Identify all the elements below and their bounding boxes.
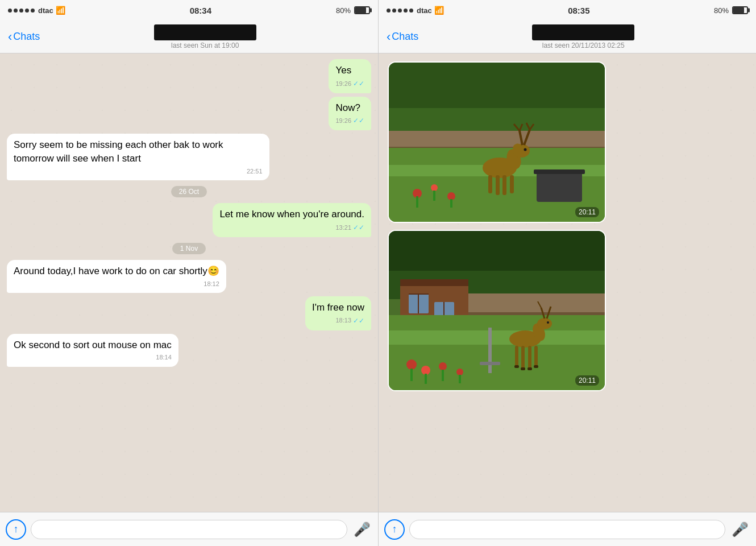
- left-chats-label: Chats: [13, 31, 40, 43]
- message-row-1: Yes 19:26 ✓✓: [7, 59, 371, 93]
- bubble-received-7: Around today,I have work to do on car sh…: [7, 260, 226, 293]
- right-nav-bar: ‹ Chats last seen 20/11/2013 02:25: [379, 20, 756, 53]
- svg-rect-40: [468, 293, 605, 313]
- right-input-bar: ↑ 🎤: [379, 512, 756, 546]
- right-image-1: 20:11: [389, 63, 605, 222]
- right-chats-label: Chats: [392, 31, 418, 43]
- left-mic-icon: 🎤: [354, 522, 371, 537]
- message-row-8: I'm free now 18:13 ✓✓: [7, 296, 371, 330]
- right-contact-name-redacted: [532, 24, 634, 40]
- right-dot-3: [398, 9, 402, 13]
- deer-scene-2-svg: [389, 231, 605, 390]
- svg-point-61: [439, 362, 447, 370]
- svg-rect-41: [468, 312, 605, 315]
- bubble-text-2: Now?: [335, 102, 360, 113]
- svg-rect-67: [488, 328, 492, 373]
- svg-rect-52: [534, 365, 538, 368]
- signal-dots: [8, 9, 35, 13]
- svg-rect-8: [534, 169, 585, 174]
- svg-rect-42: [389, 315, 605, 390]
- right-image-1-time: 20:11: [575, 207, 599, 217]
- right-mic-button[interactable]: 🎤: [730, 519, 750, 540]
- right-last-seen: last seen 20/11/2013 02:25: [542, 42, 625, 49]
- battery-fill: [355, 7, 366, 13]
- right-upload-button[interactable]: ↑: [384, 519, 405, 540]
- bubble-time-7: 18:12: [203, 280, 219, 288]
- right-status-bar: dtac 📶 08:35 80%: [379, 0, 756, 20]
- bubble-time-2: 19:26: [335, 117, 351, 125]
- left-phone-panel: dtac 📶 08:34 80% ‹ Chats last seen Sun a…: [0, 0, 378, 546]
- bubble-time-1: 19:26: [335, 80, 351, 88]
- right-image-bubble-2[interactable]: 20:11: [388, 230, 606, 391]
- svg-point-59: [406, 359, 417, 370]
- right-dot-2: [392, 9, 396, 13]
- right-battery-fill: [733, 7, 744, 13]
- svg-rect-50: [521, 367, 525, 370]
- left-back-chevron-icon: ‹: [8, 31, 12, 43]
- right-image-2: 20:11: [389, 231, 605, 390]
- message-row-3: Sorry seem to be missing each other bak …: [7, 134, 371, 180]
- bubble-sent-8: I'm free now 18:13 ✓✓: [305, 296, 371, 330]
- bubble-sent-1: Yes 19:26 ✓✓: [329, 59, 371, 93]
- check-marks-5: ✓✓: [353, 223, 364, 233]
- bubble-time-5: 13:21: [335, 224, 351, 232]
- bubble-received-3: Sorry seem to be missing each other bak …: [7, 134, 269, 180]
- svg-rect-46: [521, 346, 525, 369]
- svg-point-58: [547, 321, 549, 324]
- bubble-time-8: 18:13: [335, 316, 351, 325]
- right-battery-icon: [732, 6, 748, 14]
- right-phone-panel: dtac 📶 08:35 80% ‹ Chats last seen 20/11…: [378, 0, 756, 546]
- bubble-text-9: Ok second to sort out mouse on mac: [14, 340, 172, 350]
- dot-2: [14, 9, 18, 13]
- svg-point-25: [431, 184, 438, 191]
- left-message-input[interactable]: [31, 520, 347, 539]
- svg-rect-49: [514, 365, 519, 368]
- svg-point-26: [447, 192, 455, 200]
- svg-rect-48: [534, 346, 538, 366]
- bubble-text-3: Sorry seem to be missing each other bak …: [14, 139, 223, 164]
- right-signal-dots: [387, 9, 413, 13]
- bubble-received-9: Ok second to sort out mouse on mac 18:14: [7, 334, 178, 367]
- right-message-input[interactable]: [409, 520, 725, 539]
- left-chat-area[interactable]: Yes 19:26 ✓✓ Now? 19:26 ✓✓: [0, 53, 378, 512]
- left-nav-center: last seen Sun at 19:00: [40, 24, 370, 49]
- right-image-bubble-1[interactable]: 20:11: [388, 61, 606, 223]
- right-back-chevron-icon: ‹: [387, 31, 391, 43]
- left-mic-button[interactable]: 🎤: [352, 519, 372, 540]
- right-nav-center: last seen 20/11/2013 02:25: [418, 24, 748, 49]
- left-back-button[interactable]: ‹ Chats: [8, 31, 40, 43]
- svg-point-60: [421, 366, 430, 375]
- right-time: 08:35: [568, 6, 589, 15]
- svg-rect-3: [389, 131, 605, 148]
- left-contact-name-redacted: [154, 24, 256, 40]
- left-time: 08:34: [190, 6, 211, 15]
- dot-1: [8, 9, 12, 13]
- dot-5: [31, 9, 35, 13]
- svg-rect-28: [433, 191, 435, 201]
- svg-rect-64: [425, 374, 427, 384]
- svg-rect-47: [528, 346, 531, 369]
- bubble-time-9: 18:14: [156, 353, 172, 362]
- right-back-button[interactable]: ‹ Chats: [387, 31, 418, 43]
- right-chat-area[interactable]: 20:11: [379, 53, 756, 512]
- message-row-7: Around today,I have work to do on car sh…: [7, 260, 371, 293]
- left-last-seen: last seen Sun at 19:00: [171, 42, 239, 49]
- dot-3: [19, 9, 23, 13]
- bubble-text-5: Let me know when you're around.: [219, 209, 364, 220]
- svg-rect-11: [496, 175, 500, 195]
- right-battery-percent: 80%: [714, 6, 729, 15]
- bubble-sent-5: Let me know when you're around. 13:21 ✓✓: [213, 203, 371, 237]
- right-mic-icon: 🎤: [732, 522, 749, 537]
- svg-rect-7: [537, 171, 582, 202]
- left-nav-bar: ‹ Chats last seen Sun at 19:00: [0, 20, 378, 53]
- left-status-right: 80%: [336, 6, 370, 15]
- svg-rect-34: [400, 279, 468, 286]
- svg-rect-13: [510, 175, 514, 193]
- svg-rect-12: [502, 175, 506, 195]
- dot-4: [25, 9, 29, 13]
- svg-rect-27: [416, 196, 418, 208]
- svg-rect-51: [527, 367, 532, 370]
- left-status-bar: dtac 📶 08:34 80%: [0, 0, 378, 20]
- right-dot-5: [409, 9, 413, 13]
- left-upload-button[interactable]: ↑: [6, 519, 26, 540]
